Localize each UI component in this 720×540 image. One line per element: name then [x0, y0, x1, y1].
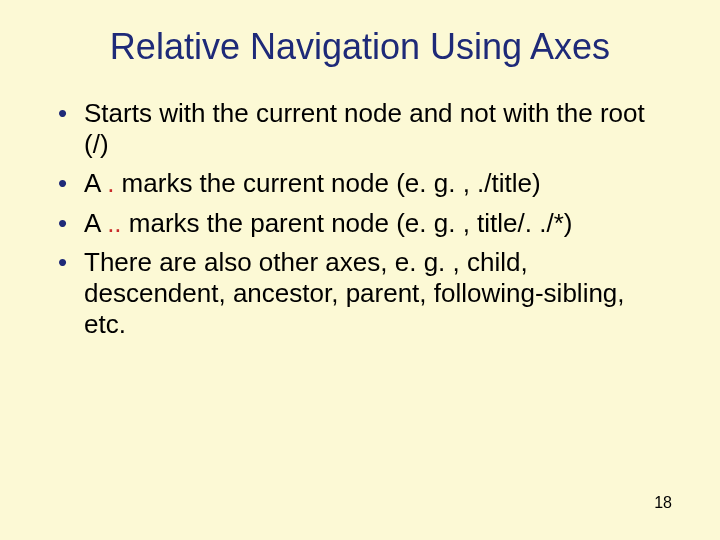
- list-item: A .. marks the parent node (e. g. , titl…: [58, 208, 672, 239]
- bullet-list: Starts with the current node and not wit…: [48, 98, 672, 340]
- slide: Relative Navigation Using Axes Starts wi…: [0, 0, 720, 340]
- bullet-text-pre: A: [84, 168, 107, 198]
- list-item: Starts with the current node and not wit…: [58, 98, 672, 160]
- list-item: There are also other axes, e. g. , child…: [58, 247, 672, 341]
- bullet-text-red: ..: [107, 208, 121, 238]
- bullet-text: There are also other axes, e. g. , child…: [84, 247, 625, 339]
- bullet-text-post: marks the current node (e. g. , ./title): [114, 168, 540, 198]
- bullet-text: Starts with the current node and not wit…: [84, 98, 645, 159]
- bullet-text-post: marks the parent node (e. g. , title/. .…: [122, 208, 573, 238]
- slide-title: Relative Navigation Using Axes: [48, 26, 672, 68]
- page-number: 18: [654, 494, 672, 512]
- bullet-text-pre: A: [84, 208, 107, 238]
- list-item: A . marks the current node (e. g. , ./ti…: [58, 168, 672, 199]
